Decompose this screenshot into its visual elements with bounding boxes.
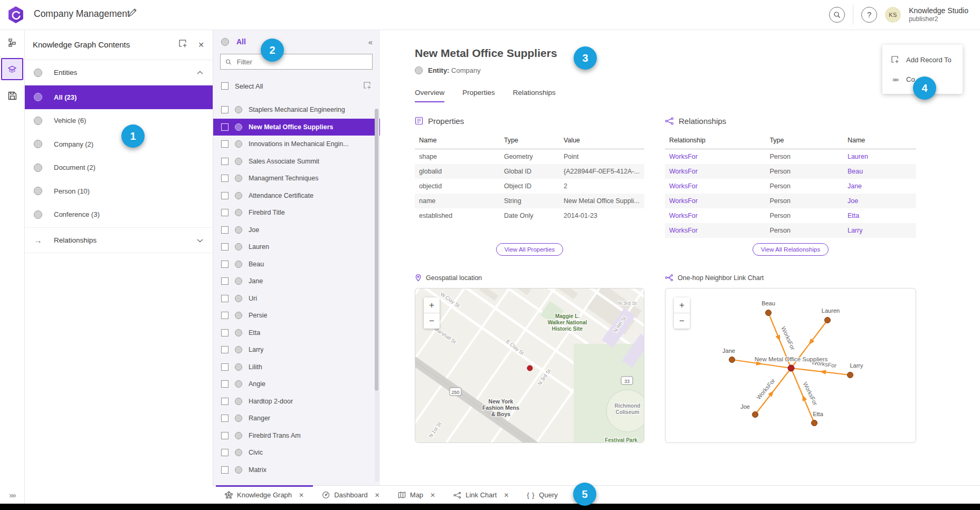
item-checkbox[interactable]	[221, 243, 229, 251]
person-node[interactable]	[812, 420, 817, 426]
close-tab-icon[interactable]: ✕	[430, 492, 435, 499]
collapse-panel-icon[interactable]: «	[368, 37, 372, 46]
view-tab-knowledge-graph[interactable]: Knowledge Graph✕	[216, 486, 313, 504]
table-link-cell[interactable]: WorksFor	[665, 179, 765, 194]
list-item[interactable]: New Metal Office Suppliers	[213, 119, 380, 136]
entity-type-row[interactable]: Conference (3)	[24, 203, 213, 227]
map-canvas[interactable]: W Clay StW Marshall StE Clay StN 3rd StN…	[415, 288, 644, 442]
expand-rail-icon[interactable]: »»	[0, 491, 24, 499]
table-link-cell[interactable]: Joe	[843, 194, 916, 208]
view-tab-link-chart[interactable]: Link Chart✕	[444, 486, 518, 504]
person-node[interactable]	[848, 372, 853, 378]
list-item[interactable]: Larry	[213, 341, 380, 359]
table-link-cell[interactable]: Lauren	[843, 149, 916, 165]
close-panel-icon[interactable]: ✕	[198, 41, 204, 49]
list-item[interactable]: Persie	[213, 307, 380, 324]
tab-properties[interactable]: Properties	[462, 89, 495, 102]
user-info[interactable]: Knowledge Studio publisher2	[909, 6, 968, 23]
search-icon[interactable]	[829, 7, 845, 23]
table-link-cell[interactable]: Beau	[843, 164, 916, 179]
data-model-icon[interactable]	[0, 30, 24, 56]
list-item[interactable]: Civic	[213, 444, 380, 461]
avatar[interactable]: KS	[885, 7, 901, 23]
list-item[interactable]: Lilith	[213, 359, 380, 376]
close-tab-icon[interactable]: ✕	[503, 492, 509, 499]
item-checkbox[interactable]	[221, 209, 229, 216]
center-node[interactable]	[788, 365, 794, 371]
list-item[interactable]: Managment Techniques	[213, 170, 380, 187]
filter-box[interactable]	[220, 54, 373, 70]
app-logo-icon[interactable]	[8, 6, 24, 25]
item-checkbox[interactable]	[221, 192, 229, 199]
view-all-properties-button[interactable]: View All Properties	[496, 243, 564, 256]
item-checkbox[interactable]	[221, 277, 229, 285]
close-tab-icon[interactable]: ✕	[375, 492, 380, 499]
close-tab-icon[interactable]: ✕	[299, 492, 304, 499]
item-checkbox[interactable]	[221, 140, 229, 148]
table-link-cell[interactable]: WorksFor	[665, 223, 765, 238]
list-item[interactable]: Lauren	[213, 238, 380, 256]
entity-type-row[interactable]: All (23)	[24, 85, 213, 109]
scrollbar-thumb[interactable]	[375, 109, 378, 391]
list-item[interactable]: Attendance Certificate	[213, 187, 380, 205]
table-link-cell[interactable]: Jane	[843, 179, 916, 194]
person-node[interactable]	[729, 357, 735, 363]
item-checkbox[interactable]	[221, 398, 229, 405]
view-all-relationships-button[interactable]: View All Relationships	[753, 243, 829, 256]
list-item[interactable]: Firebird Trans Am	[213, 427, 380, 445]
item-checkbox[interactable]	[221, 415, 229, 422]
tab-overview[interactable]: Overview	[415, 89, 444, 102]
relationships-group-header[interactable]: → Relationships	[24, 227, 213, 253]
add-record-icon[interactable]	[178, 39, 187, 50]
table-link-cell[interactable]: WorksFor	[665, 208, 765, 223]
map-card[interactable]: + −	[415, 288, 644, 443]
item-checkbox[interactable]	[221, 432, 229, 439]
item-checkbox[interactable]	[221, 449, 229, 456]
list-item[interactable]: Joe	[213, 222, 380, 239]
view-tab-query[interactable]: { }Query	[518, 486, 566, 504]
item-checkbox[interactable]	[221, 380, 229, 388]
linkchart-canvas[interactable]: WorksForWorksForWorksForWorksForBeauLaur…	[665, 288, 916, 442]
person-node[interactable]	[825, 317, 831, 323]
table-link-cell[interactable]: WorksFor	[665, 149, 765, 165]
context-menu-item[interactable]: Add Record To	[882, 50, 963, 70]
list-item[interactable]: Staplers Mechanical Engineering	[213, 101, 380, 119]
add-record-icon[interactable]	[363, 81, 372, 91]
list-item[interactable]: Uri	[213, 290, 380, 307]
item-checkbox[interactable]	[221, 312, 229, 319]
list-item[interactable]: Etta	[213, 324, 380, 342]
zoom-in-button[interactable]: +	[674, 297, 690, 313]
entity-type-row[interactable]: Vehicle (6)	[24, 109, 213, 133]
table-link-cell[interactable]: WorksFor	[665, 164, 765, 179]
select-all-row[interactable]: Select All	[213, 78, 380, 94]
edit-title-icon[interactable]	[128, 8, 137, 19]
list-item[interactable]: Innovations in Mechanical Engin...	[213, 136, 380, 153]
zoom-out-button[interactable]: −	[424, 313, 440, 329]
list-item[interactable]: Jane	[213, 273, 380, 290]
person-node[interactable]	[753, 412, 758, 418]
save-icon[interactable]	[0, 82, 24, 109]
chevron-down-icon[interactable]	[197, 236, 203, 244]
table-link-cell[interactable]: Etta	[843, 208, 916, 223]
entity-type-row[interactable]: Person (10)	[24, 179, 213, 203]
item-checkbox[interactable]	[221, 346, 229, 353]
list-item[interactable]: Ranger	[213, 410, 380, 427]
filter-input[interactable]	[236, 57, 367, 66]
view-tab-dashboard[interactable]: Dashboard✕	[313, 486, 389, 504]
item-checkbox[interactable]	[221, 106, 229, 113]
zoom-out-button[interactable]: −	[674, 313, 690, 329]
list-item[interactable]: Angie	[213, 376, 380, 393]
item-checkbox[interactable]	[221, 158, 229, 165]
list-item[interactable]: Sales Associate Summit	[213, 153, 380, 170]
select-all-checkbox[interactable]	[221, 82, 229, 90]
chevron-up-icon[interactable]	[197, 69, 203, 76]
table-link-cell[interactable]: Larry	[843, 223, 916, 238]
item-checkbox[interactable]	[221, 363, 229, 371]
list-item[interactable]: Firebird Title	[213, 204, 380, 222]
list-item[interactable]: Matrix	[213, 461, 380, 479]
list-item[interactable]: Beau	[213, 256, 380, 273]
entity-type-row[interactable]: Company (2)	[24, 132, 213, 156]
table-link-cell[interactable]: WorksFor	[665, 194, 765, 208]
entity-type-row[interactable]: Document (2)	[24, 156, 213, 180]
entities-group-header[interactable]: Entities	[24, 60, 213, 85]
